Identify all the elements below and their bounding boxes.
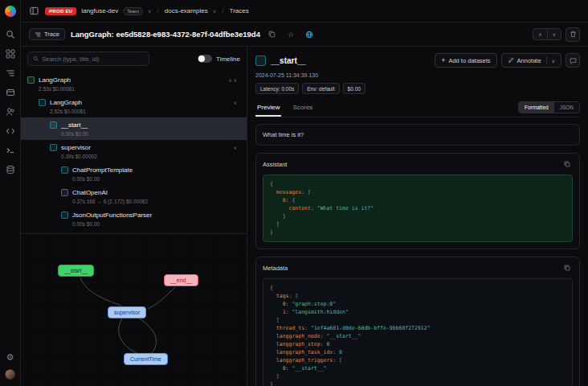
code-line: } xyxy=(270,380,566,386)
timeline-toggle-switch[interactable] xyxy=(198,55,212,63)
tree-node-label: JsonOutputFunctionsParser xyxy=(72,211,152,219)
code-line: content: "What time is it?" xyxy=(270,204,566,212)
user-avatar[interactable] xyxy=(5,369,15,380)
sidebar-toggle-icon[interactable] xyxy=(27,5,40,18)
tab-preview[interactable]: Preview xyxy=(255,101,281,117)
tracing-icon[interactable] xyxy=(6,68,15,78)
code-line: langgraph_step: 0 xyxy=(270,340,566,348)
metadata-json-block: { tags: [ 0: "graph:step:0" 1: "langsmit… xyxy=(263,278,573,386)
observation-type-icon xyxy=(39,99,46,106)
annotate-button[interactable]: Annotate ∨ xyxy=(501,53,561,68)
public-globe-icon[interactable] xyxy=(303,28,316,41)
tree-node-metrics: 2.53s $0.00081 xyxy=(27,86,247,92)
chevron-down-icon[interactable]: ∨ xyxy=(148,8,151,14)
tree-node-LangGraph[interactable]: LangGraph∨2.52s $0.00081 xyxy=(21,95,247,117)
code-line: thread_ts: "1ef4a601-d0de-60db-bffe-9bb6… xyxy=(270,324,566,332)
delete-trace-button[interactable] xyxy=(566,27,580,42)
cost-badge: $0.00 xyxy=(343,83,365,94)
chevron-down-icon[interactable]: ∨ xyxy=(552,58,555,64)
star-icon[interactable]: ☆ xyxy=(284,28,297,41)
code-line: ] xyxy=(270,372,566,380)
prev-trace-button[interactable]: ∧ xyxy=(533,29,547,39)
tree-node-metrics: 0.37s 166 → 6 (Σ 172) $0.00082 xyxy=(61,199,247,204)
tree-node-label: LangGraph xyxy=(39,76,71,84)
code-line: langgraph_triggers: [ xyxy=(270,356,566,364)
plus-icon: + xyxy=(441,56,445,64)
tree-node-metrics: 0.39s $0.00002 xyxy=(50,154,247,159)
comment-bubble-icon xyxy=(570,57,577,64)
dashboard-icon[interactable] xyxy=(6,49,15,59)
graph-node-supervisor[interactable]: supervisor xyxy=(108,306,146,318)
langfuse-logo[interactable] xyxy=(5,6,16,17)
chevron-down-icon[interactable]: ∨ xyxy=(234,145,247,150)
trace-type-chip: Trace xyxy=(29,28,65,40)
copy-icon[interactable] xyxy=(561,158,573,170)
code-line: tags: [ xyxy=(270,292,566,300)
tree-node-ChatOpenAI[interactable]: ChatOpenAI0.37s 166 → 6 (Σ 172) $0.00082 xyxy=(21,185,247,207)
copy-icon[interactable] xyxy=(266,28,279,41)
prompts-icon[interactable] xyxy=(6,126,15,136)
observation-tree-panel: Timeline LangGraph∧∨2.53s $0.00081LangGr… xyxy=(21,47,247,386)
expand-collapse-icons[interactable]: ∧∨ xyxy=(228,77,247,83)
next-trace-button[interactable]: ∨ xyxy=(548,29,561,39)
format-toggle: Formatted JSON xyxy=(518,101,580,113)
top-navigation-bar: PROD EU langfuse-dev Team ∨ / docs-examp… xyxy=(21,0,588,23)
assistant-json-block: { messages: [ 0: { content: "What time i… xyxy=(263,175,573,242)
breadcrumb-project[interactable]: docs-examples xyxy=(165,7,208,14)
observation-type-icon xyxy=(50,121,57,129)
search-icon xyxy=(33,55,39,62)
format-formatted-button[interactable]: Formatted xyxy=(519,102,554,113)
observation-type-icon xyxy=(61,166,68,174)
trace-chip-label: Trace xyxy=(44,31,59,38)
tab-scores[interactable]: Scores xyxy=(291,101,314,117)
trace-graph-view: __start____end__supervisorCurrentTime xyxy=(21,233,247,386)
sessions-icon[interactable] xyxy=(6,88,15,97)
observation-type-icon xyxy=(61,211,68,219)
users-icon[interactable] xyxy=(6,107,15,117)
tree-node-metrics: 0.00s $0.00 xyxy=(50,131,247,137)
add-to-datasets-button[interactable]: + Add to datasets xyxy=(435,53,496,68)
observation-title: __start__ xyxy=(271,56,306,65)
settings-gear-icon[interactable]: ⚙ xyxy=(6,352,15,362)
code-line: 0: "graph:step:0" xyxy=(270,300,566,308)
chevron-down-icon[interactable]: ∨ xyxy=(234,100,247,105)
playground-icon[interactable] xyxy=(6,146,15,155)
assistant-section: Assistant { messages: [ 0: { content: "W… xyxy=(255,153,580,249)
trace-header-bar: Trace LangGraph: ee5d5828-e983-4372-8e7f… xyxy=(21,23,588,47)
tree-node-metrics: 0.00s $0.00 xyxy=(61,221,247,227)
breadcrumb-section[interactable]: Traces xyxy=(230,7,249,14)
code-line: langgraph_node: "__start__" xyxy=(270,332,566,340)
trace-title: LangGraph: ee5d5828-e983-4372-8e7f-04dfb… xyxy=(71,30,260,39)
app-rail: ⚙ xyxy=(0,0,21,386)
tree-node-LangGraph[interactable]: LangGraph∧∨2.53s $0.00081 xyxy=(21,72,247,95)
graph-node-__end__[interactable]: __end__ xyxy=(164,274,198,286)
latency-badge: Latency: 0.00s xyxy=(255,83,299,94)
org-plan-badge: Team xyxy=(123,7,143,15)
app-main: PROD EU langfuse-dev Team ∨ / docs-examp… xyxy=(21,0,588,386)
graph-node-__start__[interactable]: __start__ xyxy=(58,265,94,277)
breadcrumb-org[interactable]: langfuse-dev xyxy=(81,7,118,14)
tree-node-supervisor[interactable]: supervisor∨0.39s $0.00002 xyxy=(21,140,247,162)
graph-node-CurrentTime[interactable]: CurrentTime xyxy=(124,353,168,365)
tree-node-JsonOutputFunctionsParser[interactable]: JsonOutputFunctionsParser0.00s $0.00 xyxy=(21,207,247,230)
detail-header: __start__ + Add to datasets Annotate ∨ xyxy=(255,53,580,68)
format-json-button[interactable]: JSON xyxy=(554,102,579,113)
tree-node-label: ChatPromptTemplate xyxy=(72,166,133,174)
tree-node-ChatPromptTemplate[interactable]: ChatPromptTemplate0.00s $0.00 xyxy=(21,162,247,185)
detail-tabs: Preview Scores Formatted JSON xyxy=(255,101,580,117)
tree-search-box[interactable] xyxy=(27,51,149,66)
datasets-icon[interactable] xyxy=(6,165,15,175)
code-line: 0: { xyxy=(270,196,566,204)
tree-search-input[interactable] xyxy=(42,55,144,63)
environment-badge: PROD EU xyxy=(45,7,76,15)
trace-icon xyxy=(35,31,41,38)
tree-node-__start__[interactable]: __start__0.00s $0.00 xyxy=(21,117,247,140)
copy-icon[interactable] xyxy=(561,262,573,273)
chevron-down-icon[interactable]: ∨ xyxy=(213,8,216,14)
code-line: messages: [ xyxy=(270,188,566,196)
comments-button[interactable] xyxy=(566,53,580,68)
timeline-toggle-label: Timeline xyxy=(216,55,240,63)
tree-node-metrics: 2.52s $0.00081 xyxy=(39,109,247,114)
observation-tree: LangGraph∧∨2.53s $0.00081LangGraph∨2.52s… xyxy=(21,71,247,233)
search-icon[interactable] xyxy=(6,30,15,39)
